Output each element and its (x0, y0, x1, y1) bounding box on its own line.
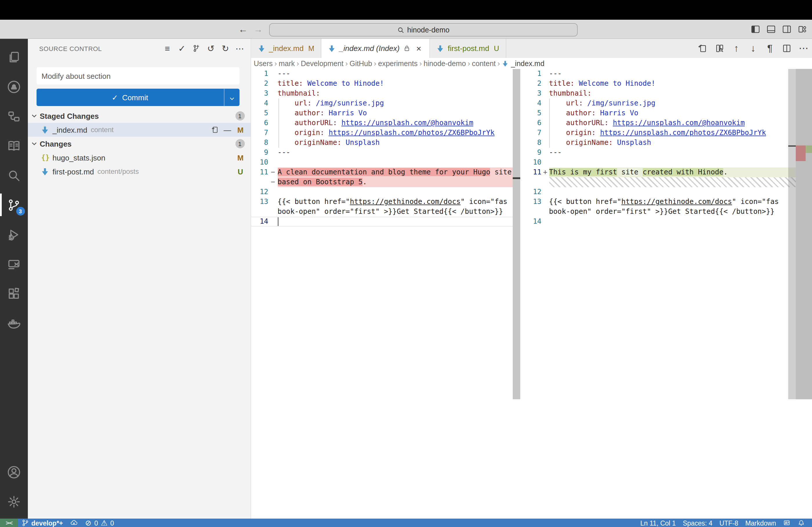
tab-first-post.md[interactable]: first-post.mdU (430, 39, 506, 58)
prev-change-button[interactable]: ↑ (731, 43, 741, 53)
activity-item-source-control[interactable]: 3 (0, 190, 28, 220)
open-changes-button[interactable] (698, 43, 708, 53)
scm-file-_index.md[interactable]: _index.mdcontent—M (28, 123, 250, 137)
code-row[interactable]: 12 (520, 187, 812, 197)
code-row[interactable]: 4 url: /img/sunrise.jpg (251, 99, 513, 108)
commit-dropdown-button[interactable] (223, 89, 239, 106)
activity-item-references[interactable] (0, 101, 28, 131)
tab--index.md-index-[interactable]: _index.md (Index)× (321, 39, 430, 58)
activity-item-accounts[interactable] (0, 457, 28, 487)
breadcrumb-item[interactable]: mark (279, 59, 295, 67)
code-row[interactable]: 9--- (251, 148, 513, 157)
code-row[interactable]: 14 (251, 217, 513, 227)
code-row[interactable]: 12 (251, 187, 513, 197)
history-forward-button[interactable]: → (252, 20, 264, 39)
more-button[interactable]: ⋯ (799, 43, 809, 53)
code-row[interactable]: 11−A clean documentation and blog theme … (251, 167, 513, 177)
activity-item-docker[interactable] (0, 308, 28, 338)
activity-item-extensions[interactable] (0, 279, 28, 308)
code-row[interactable]: 10 (251, 157, 513, 167)
breadcrumb-item[interactable]: hinode-demo (424, 59, 466, 67)
code-row[interactable]: 1--- (520, 69, 812, 79)
language-mode[interactable]: Markdown (742, 520, 780, 526)
breadcrumb-file[interactable]: _index.md (502, 59, 544, 67)
breadcrumb-item[interactable]: content (472, 59, 496, 67)
activity-item-run-debug[interactable] (0, 220, 28, 249)
encoding[interactable]: UTF-8 (716, 520, 742, 526)
toggle-panel-left-button[interactable] (751, 24, 760, 34)
left-scrollbar[interactable] (513, 69, 520, 399)
code-row[interactable]: 14 (520, 217, 812, 227)
code-row[interactable]: 3thumbnail: (520, 89, 812, 99)
code-row[interactable]: 7 origin: https://unsplash.com/photos/ZX… (251, 128, 513, 138)
code-row[interactable]: 8 originName: Unsplash (520, 138, 812, 148)
scm-group-changes[interactable]: Changes1 (28, 137, 250, 151)
code-row[interactable]: 1--- (251, 69, 513, 79)
publish-changes[interactable] (67, 519, 81, 527)
activity-item-settings[interactable] (0, 487, 28, 516)
code-row[interactable]: 11+This is my first site created with Hi… (520, 167, 812, 177)
minus-button[interactable]: — (223, 126, 232, 134)
history-back-button[interactable]: ← (237, 20, 249, 39)
close-tab-button[interactable]: × (415, 44, 423, 52)
right-scrollbar-slider[interactable] (788, 69, 796, 399)
activity-item-docs[interactable] (0, 131, 28, 161)
indentation[interactable]: Spaces: 4 (679, 520, 716, 526)
scm-group-staged-changes[interactable]: Staged Changes1 (28, 109, 250, 123)
inline-view-button[interactable] (714, 43, 724, 53)
code-row[interactable] (520, 177, 812, 187)
code-row[interactable]: book-open" order="first" >}}Get Started{… (251, 207, 513, 217)
code-row[interactable]: 13{{< button href="https://gethinode.com… (520, 197, 812, 207)
code-row[interactable]: 4 url: /img/sunrise.jpg (520, 99, 812, 108)
code-row[interactable]: 9--- (520, 148, 812, 157)
activity-item-remote-explorer[interactable] (0, 249, 28, 279)
code-row[interactable]: 6 authorURL: https://unsplash.com/@hoanv… (520, 118, 812, 128)
breadcrumb-item[interactable]: experiments (378, 59, 418, 67)
code-row[interactable]: 13{{< button href="https://gethinode.com… (251, 197, 513, 207)
cursor-position[interactable]: Ln 11, Col 1 (637, 520, 679, 526)
code-row[interactable]: book-open" order="first" >}}Get Started{… (520, 207, 812, 217)
code-row[interactable]: 6 authorURL: https://unsplash.com/@hoanv… (251, 118, 513, 128)
graph-button[interactable] (192, 44, 201, 53)
next-change-button[interactable]: ↓ (748, 43, 758, 53)
breadcrumb-item[interactable]: Development (301, 59, 343, 67)
code-row[interactable]: 3thumbnail: (251, 89, 513, 99)
feedback[interactable] (780, 519, 794, 527)
code-row[interactable]: 2title: Welcome to Hinode! (520, 79, 812, 89)
code-row[interactable]: 5 author: Harris Vo (520, 108, 812, 118)
problems[interactable]: ⊘0⚠0 (81, 519, 117, 527)
diff-sign (268, 89, 277, 99)
activity-item-explorer[interactable] (0, 42, 28, 72)
code-row[interactable]: 8 originName: Unsplash (251, 138, 513, 148)
commit-check-button[interactable]: ✓ (177, 44, 187, 53)
toggle-layout-grid-button[interactable] (798, 24, 807, 34)
commit-button[interactable]: ✓ Commit (36, 89, 239, 106)
code-row[interactable]: 10 (520, 157, 812, 167)
tab--index.md[interactable]: _index.mdM (251, 39, 321, 58)
remote-indicator[interactable]: >< (0, 518, 18, 527)
notifications[interactable] (794, 519, 809, 527)
scm-file-first-post.md[interactable]: first-post.mdcontent/postsU (28, 165, 250, 179)
code-row[interactable]: −based on Bootstrap 5. (251, 177, 513, 187)
whitespace-button[interactable]: ¶ (765, 43, 775, 53)
code-row[interactable]: 2title: Welcome to Hinode! (251, 79, 513, 89)
breadcrumb-item[interactable]: Users (254, 59, 273, 67)
toggle-panel-right-button[interactable] (782, 24, 792, 34)
commit-message-input[interactable]: Modify about section (36, 67, 239, 85)
command-center-search[interactable]: hinode-demo (269, 23, 578, 36)
toggle-panel-bottom-button[interactable] (766, 24, 776, 34)
view-as-list-button[interactable]: ≡ (163, 44, 172, 53)
scm-file-hugo_stats.json[interactable]: {}hugo_stats.jsonM (28, 151, 250, 165)
branch-status[interactable]: develop*+ (18, 519, 67, 527)
open-file-button[interactable] (211, 126, 219, 134)
refresh-button[interactable]: ↻ (221, 44, 230, 53)
breadcrumb-item[interactable]: GitHub (349, 59, 372, 67)
activity-item-search[interactable] (0, 161, 28, 190)
history-button[interactable]: ↺ (206, 44, 216, 53)
code-row[interactable]: 7 origin: https://unsplash.com/photos/ZX… (520, 128, 812, 138)
code-row[interactable]: 5 author: Harris Vo (251, 108, 513, 118)
more-button[interactable]: ⋯ (235, 44, 245, 53)
split-editor-button[interactable] (782, 43, 792, 53)
diff-editor: 1---2title: Welcome to Hinode!3thumbnail… (251, 69, 812, 518)
activity-item-github[interactable] (0, 72, 28, 101)
